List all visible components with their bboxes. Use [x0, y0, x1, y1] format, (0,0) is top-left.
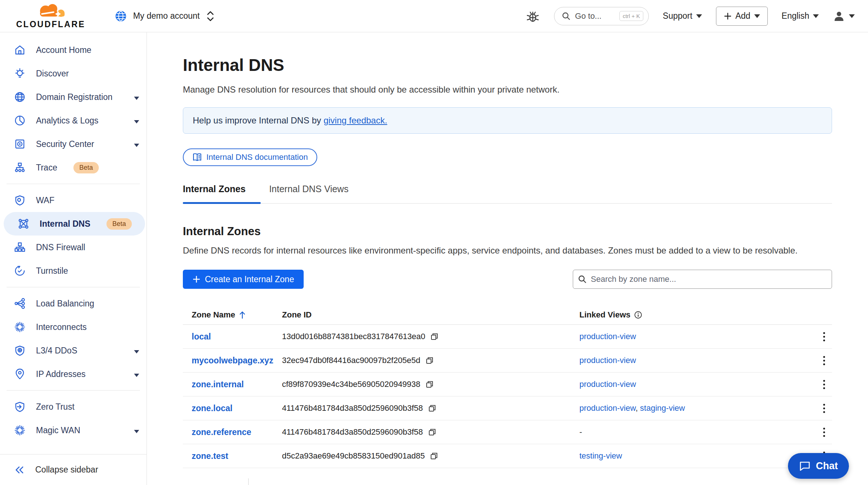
- shield-arrow-icon: [14, 401, 26, 413]
- account-name: My demo account: [133, 11, 200, 21]
- sidebar-item-account-home[interactable]: Account Home: [0, 38, 147, 62]
- cloudflare-logo[interactable]: CLOUDFLARE: [16, 3, 85, 29]
- row-actions-menu[interactable]: [816, 400, 832, 416]
- sort-ascending-icon: [239, 311, 246, 319]
- sidebar-item-label: Account Home: [36, 45, 91, 55]
- sidebar-item-zero-trust[interactable]: Zero Trust: [0, 395, 147, 418]
- no-linked-views: -: [579, 427, 582, 436]
- sidebar-item-domain-registration[interactable]: Domain Registration: [0, 85, 147, 109]
- zone-id-value: cf89f870939e4c34be56905020949938: [282, 380, 420, 389]
- zone-id-value: 411476b481784d3a850d2596090b3f58: [282, 427, 423, 437]
- sidebar-item-label: Security Center: [36, 139, 94, 149]
- linked-view-link[interactable]: production-view: [579, 403, 636, 413]
- sidebar-item-label: Trace: [36, 163, 57, 173]
- search-icon: [562, 12, 571, 21]
- sidebar-item-trace[interactable]: Trace Beta: [0, 156, 147, 179]
- sidebar-item-dns-firewall[interactable]: DNS Firewall: [0, 236, 147, 259]
- sidebar-item-magic-wan[interactable]: Magic WAN: [0, 418, 147, 442]
- sidebar-item-ip-addresses[interactable]: IP Addresses: [0, 362, 147, 386]
- sidebar-item-load-balancing[interactable]: Load Balancing: [0, 292, 147, 315]
- goto-search[interactable]: Go to... ctrl + K: [554, 7, 649, 25]
- row-actions-menu[interactable]: [816, 328, 832, 345]
- zone-id-value: 13d0d016b8874381bec8317847613ea0: [282, 332, 425, 341]
- chevron-down-icon: [696, 14, 702, 18]
- zone-name-link[interactable]: zone.reference: [192, 427, 251, 437]
- sidebar: Account Home Discover Domain Registratio…: [0, 32, 147, 485]
- copy-icon[interactable]: [430, 333, 438, 341]
- feedback-banner-text: Help us improve Internal DNS by: [193, 115, 323, 125]
- info-icon[interactable]: [634, 311, 642, 319]
- sidebar-item-security-center[interactable]: Security Center: [0, 132, 147, 156]
- share-nodes-icon: [14, 298, 26, 309]
- zone-name-link[interactable]: zone.test: [192, 451, 228, 461]
- column-header-linked-views: Linked Views: [579, 310, 803, 320]
- user-menu[interactable]: [833, 10, 855, 22]
- linked-view-link[interactable]: production-view: [579, 332, 636, 341]
- items-per-page-select[interactable]: 10: [321, 484, 338, 485]
- chat-button[interactable]: Chat: [788, 453, 849, 479]
- collapse-sidebar-button[interactable]: Collapse sidebar: [0, 454, 147, 485]
- chevron-down-icon: [813, 14, 819, 18]
- column-header-zone-id: Zone ID: [282, 310, 579, 320]
- sidebar-item-internal-dns[interactable]: Internal DNS Beta: [4, 212, 145, 236]
- bug-report-icon[interactable]: [525, 9, 540, 24]
- table-row: zone.internal cf89f870939e4c34be56905020…: [183, 373, 832, 396]
- create-internal-zone-button[interactable]: Create an Internal Zone: [183, 270, 304, 289]
- zone-name-link[interactable]: mycoolwebpage.xyz: [192, 356, 273, 365]
- add-button[interactable]: Add: [716, 7, 768, 26]
- chevron-down-icon: [134, 369, 139, 379]
- copy-icon[interactable]: [426, 380, 434, 388]
- zone-id-value: 411476b481784d3a850d2596090b3f58: [282, 403, 423, 413]
- linked-view-link[interactable]: production-view: [579, 356, 636, 365]
- internal-dns-documentation-button[interactable]: Internal DNS documentation: [183, 148, 317, 166]
- account-switcher[interactable]: My demo account: [115, 10, 215, 22]
- sidebar-item-interconnects[interactable]: Interconnects: [0, 315, 147, 339]
- tab-internal-dns-views[interactable]: Internal DNS Views: [269, 184, 348, 203]
- zone-name-link[interactable]: local: [192, 332, 211, 341]
- search-icon: [578, 275, 587, 284]
- pie-chart-icon: [14, 115, 26, 126]
- zone-id-value: 32ec947db0f84416ac90097b2f205e5d: [282, 356, 420, 365]
- copy-icon[interactable]: [426, 356, 434, 364]
- zone-search: [573, 270, 832, 289]
- zone-search-input[interactable]: [573, 270, 832, 289]
- pagination-divider: [248, 478, 249, 485]
- cloudflare-wordmark: CLOUDFLARE: [16, 19, 85, 29]
- sidebar-item-l34-ddos[interactable]: L3/4 DDoS: [0, 339, 147, 362]
- giving-feedback-link[interactable]: giving feedback.: [323, 115, 387, 125]
- top-bar: CLOUDFLARE My demo account: [0, 0, 868, 32]
- sidebar-item-label: Interconnects: [36, 322, 87, 332]
- linked-view-link[interactable]: staging-view: [640, 403, 685, 413]
- sidebar-item-label: Internal DNS: [40, 219, 90, 229]
- sidebar-item-label: Analytics & Logs: [36, 116, 98, 126]
- cloudflare-cloud-icon: [32, 3, 70, 19]
- column-header-zone-name[interactable]: Zone Name: [183, 310, 282, 320]
- location-pin-icon: [14, 368, 26, 380]
- linked-view-link[interactable]: production-view: [579, 380, 636, 389]
- language-menu[interactable]: English: [782, 11, 819, 21]
- table-row: local 13d0d016b8874381bec8317847613ea0 p…: [183, 325, 832, 349]
- chevron-down-icon: [754, 14, 760, 18]
- linked-view-link[interactable]: testing-view: [579, 451, 622, 460]
- section-description: Define DNS records for internal resource…: [183, 245, 832, 256]
- copy-icon[interactable]: [428, 404, 436, 412]
- table-row: zone.local 411476b481784d3a850d2596090b3…: [183, 396, 832, 420]
- sidebar-item-label: L3/4 DDoS: [36, 346, 77, 356]
- copy-icon[interactable]: [430, 452, 438, 460]
- sidebar-item-label: Magic WAN: [36, 425, 80, 435]
- row-actions-menu[interactable]: [816, 376, 832, 392]
- zone-name-link[interactable]: zone.local: [192, 403, 232, 413]
- sidebar-item-discover[interactable]: Discover: [0, 62, 147, 85]
- sidebar-item-waf[interactable]: WAF: [0, 188, 147, 212]
- row-actions-menu[interactable]: [816, 424, 832, 440]
- zone-name-link[interactable]: zone.internal: [192, 380, 244, 389]
- sidebar-item-turnstile[interactable]: Turnstile: [0, 259, 147, 283]
- chat-button-label: Chat: [816, 460, 838, 472]
- row-actions-menu[interactable]: [816, 352, 832, 369]
- sidebar-divider: [7, 287, 140, 287]
- support-menu[interactable]: Support: [663, 11, 702, 21]
- tab-internal-zones[interactable]: Internal Zones: [183, 184, 246, 203]
- copy-icon[interactable]: [428, 428, 436, 436]
- sidebar-item-analytics-logs[interactable]: Analytics & Logs: [0, 109, 147, 132]
- chat-bubble-icon: [799, 460, 811, 471]
